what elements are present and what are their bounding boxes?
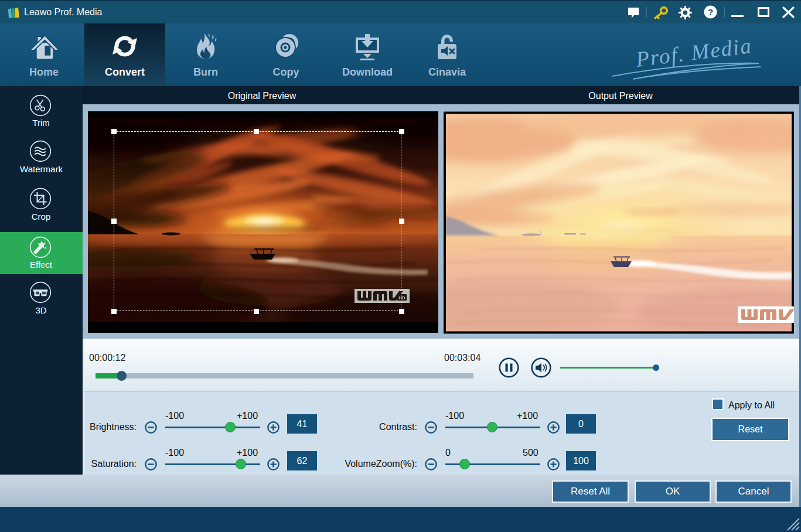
svg-text:?: ? bbox=[708, 7, 713, 17]
